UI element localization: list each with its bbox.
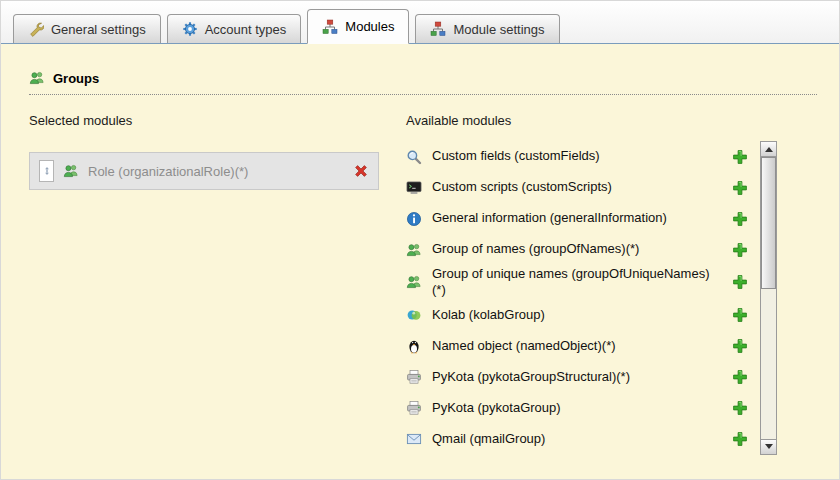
module-label: Qmail (qmailGroup) — [432, 431, 545, 447]
section-title: Groups — [29, 70, 817, 95]
plus-icon — [732, 307, 748, 323]
selected-module-row: Role (organizationalRole)(*) — [29, 152, 379, 190]
add-module-button[interactable] — [732, 431, 748, 447]
module-label: General information (generalInformation) — [432, 210, 667, 226]
module-label: PyKota (pykotaGroupStructural)(*) — [432, 369, 630, 385]
tab-account-types[interactable]: Account types — [167, 14, 302, 43]
arrow-up-icon — [765, 147, 773, 152]
module-icon — [406, 149, 422, 165]
tab-label: Module settings — [453, 22, 544, 37]
modules-tab-content: Groups Selected modules Role (organizati… — [1, 44, 839, 455]
module-label: Custom scripts (customScripts) — [432, 179, 612, 195]
plus-icon — [732, 242, 748, 258]
plus-icon — [732, 400, 748, 416]
remove-icon — [353, 163, 369, 179]
scroll-up-button[interactable] — [760, 141, 777, 157]
settings-window: General settings Account types Modules M… — [0, 0, 840, 480]
remove-module-button[interactable] — [353, 163, 369, 179]
module-icon — [406, 307, 422, 323]
module-label: Custom fields (customFields) — [432, 148, 600, 164]
drag-handle-icon — [42, 164, 52, 178]
modules-icon — [322, 19, 338, 35]
plus-icon — [732, 338, 748, 354]
module-label: Group of names (groupOfNames)(*) — [432, 241, 639, 257]
available-module-row: General information (generalInformation) — [406, 203, 760, 234]
tab-bar: General settings Account types Modules M… — [1, 1, 839, 44]
drag-handle[interactable] — [39, 160, 54, 182]
available-modules-heading: Available modules — [406, 113, 777, 128]
module-label: Named object (namedObject)(*) — [432, 338, 616, 354]
available-module-row: Custom fields (customFields) — [406, 141, 760, 172]
add-module-button[interactable] — [732, 242, 748, 258]
tab-label: General settings — [51, 22, 146, 37]
available-module-row: Named object (namedObject)(*) — [406, 331, 760, 362]
module-icon — [406, 211, 422, 227]
available-module-row: Custom scripts (customScripts) — [406, 172, 760, 203]
plus-icon — [732, 180, 748, 196]
tab-module-settings[interactable]: Module settings — [415, 14, 559, 43]
plus-icon — [732, 369, 748, 385]
add-module-button[interactable] — [732, 400, 748, 416]
tab-label: Account types — [205, 22, 287, 37]
wrench-icon — [28, 21, 44, 37]
scrollbar-track[interactable] — [761, 156, 776, 439]
scrollbar[interactable] — [760, 141, 777, 455]
add-module-button[interactable] — [732, 149, 748, 165]
tab-label: Modules — [345, 19, 394, 34]
add-module-button[interactable] — [732, 180, 748, 196]
section-title-label: Groups — [53, 71, 99, 86]
modules-icon — [430, 21, 446, 37]
modules-columns: Selected modules Role (organizationalRol… — [29, 113, 817, 455]
module-icon — [406, 338, 422, 354]
tab-general-settings[interactable]: General settings — [13, 14, 161, 43]
plus-icon — [732, 274, 748, 290]
available-module-row: Group of names (groupOfNames)(*) — [406, 234, 760, 265]
add-module-button[interactable] — [732, 274, 748, 290]
add-module-button[interactable] — [732, 307, 748, 323]
add-module-button[interactable] — [732, 211, 748, 227]
gears-icon — [182, 21, 198, 37]
add-module-button[interactable] — [732, 369, 748, 385]
available-module-row: Kolab (kolabGroup) — [406, 300, 760, 331]
available-modules-wrap: Custom fields (customFields) Custom scri… — [406, 141, 777, 455]
add-module-button[interactable] — [732, 338, 748, 354]
available-module-row: PyKota (pykotaGroupStructural)(*) — [406, 362, 760, 393]
module-label: PyKota (pykotaGroup) — [432, 400, 561, 416]
selected-modules-heading: Selected modules — [29, 113, 379, 128]
module-icon — [406, 400, 422, 416]
scrollbar-thumb[interactable] — [761, 157, 776, 289]
tab-modules[interactable]: Modules — [307, 9, 409, 44]
module-icon — [406, 369, 422, 385]
module-icon — [63, 163, 79, 179]
available-module-row: PyKota (pykotaGroup) — [406, 393, 760, 424]
module-label: Group of unique names (groupOfUniqueName… — [432, 266, 717, 299]
module-label: Role (organizationalRole)(*) — [88, 164, 248, 179]
available-modules-column: Available modules Custom fields (customF… — [406, 113, 777, 455]
scroll-down-button[interactable] — [760, 439, 777, 455]
selected-modules-column: Selected modules Role (organizationalRol… — [29, 113, 379, 455]
module-label: Kolab (kolabGroup) — [432, 307, 545, 323]
group-icon — [29, 70, 45, 86]
plus-icon — [732, 431, 748, 447]
module-icon — [406, 274, 422, 290]
module-icon — [406, 242, 422, 258]
selected-modules-list: Role (organizationalRole)(*) — [29, 152, 379, 190]
plus-icon — [732, 149, 748, 165]
available-module-row: Group of unique names (groupOfUniqueName… — [406, 265, 760, 300]
available-modules-list: Custom fields (customFields) Custom scri… — [406, 141, 760, 455]
plus-icon — [732, 211, 748, 227]
module-icon — [406, 431, 422, 447]
arrow-down-icon — [765, 444, 773, 449]
module-icon — [406, 180, 422, 196]
available-module-row: Qmail (qmailGroup) — [406, 424, 760, 455]
